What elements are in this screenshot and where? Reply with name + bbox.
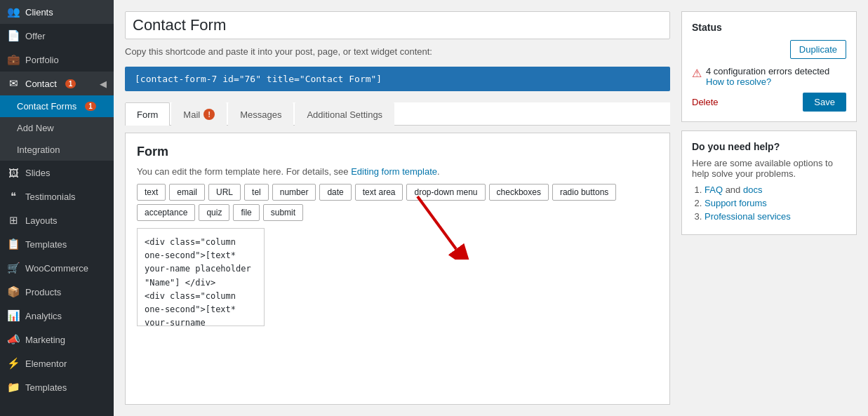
sidebar-item-label: Slides bbox=[25, 168, 50, 178]
sidebar-item-marketing[interactable]: 📣 Marketing bbox=[0, 328, 114, 351]
products-icon: 📦 bbox=[7, 286, 20, 298]
sidebar-item-add-new[interactable]: Add New bbox=[0, 117, 114, 139]
professional-services-link[interactable]: Professional services bbox=[705, 211, 791, 222]
tabs-bar: Form Mail ! Messages Additional Settings bbox=[125, 102, 670, 126]
sidebar-item-clients[interactable]: 👥 Clients bbox=[0, 0, 114, 24]
sidebar-item-slides[interactable]: 🖼 Slides bbox=[0, 161, 114, 184]
sidebar-item-label: Analytics bbox=[25, 311, 62, 321]
mail-warning-badge: ! bbox=[203, 109, 215, 120]
sidebar-item-testimonials[interactable]: ❝ Testimonials bbox=[0, 184, 114, 208]
code-textarea[interactable]: <div class="column one-second">[text* yo… bbox=[137, 228, 265, 326]
sidebar-item-offer[interactable]: 📄 Offer bbox=[0, 24, 114, 48]
tab-additional-settings-label: Additional Settings bbox=[307, 109, 382, 120]
templates-icon: 📋 bbox=[7, 238, 20, 250]
layouts-icon: ⊞ bbox=[7, 214, 20, 227]
error-icon: ⚠ bbox=[692, 67, 702, 80]
add-new-label: Add New bbox=[17, 123, 54, 133]
help-list: FAQ and docs Support forums Professional… bbox=[692, 184, 846, 222]
tag-btn-checkboxes[interactable]: checkboxes bbox=[489, 184, 549, 201]
tag-buttons-container: text email URL tel number date text area… bbox=[137, 184, 658, 221]
sidebar-item-templates[interactable]: 📋 Templates bbox=[0, 232, 114, 256]
tag-btn-number[interactable]: number bbox=[272, 184, 316, 201]
tag-btn-url[interactable]: URL bbox=[208, 184, 241, 201]
sidebar-item-elementor[interactable]: ⚡ Elementor bbox=[0, 351, 114, 375]
sidebar-item-integration[interactable]: Integration bbox=[0, 139, 114, 161]
contact-icon: ✉ bbox=[7, 77, 20, 90]
sidebar-item-products[interactable]: 📦 Products bbox=[0, 280, 114, 304]
help-and: and bbox=[726, 184, 743, 195]
tag-btn-tel[interactable]: tel bbox=[244, 184, 269, 201]
tab-form[interactable]: Form bbox=[125, 102, 170, 126]
status-title: Status bbox=[692, 22, 846, 33]
sidebar: 👥 Clients 📄 Offer 💼 Portfolio ✉ Contact … bbox=[0, 0, 114, 416]
tag-btn-email[interactable]: email bbox=[169, 184, 205, 201]
sidebar-item-label: Portfolio bbox=[25, 55, 59, 65]
tag-btn-quiz[interactable]: quiz bbox=[199, 204, 229, 221]
woocommerce-icon: 🛒 bbox=[7, 262, 20, 274]
form-editor-inner: Form You can edit the form template here… bbox=[126, 133, 669, 404]
sidebar-item-contact-forms[interactable]: Contact Forms 1 bbox=[0, 95, 114, 117]
status-card: Status Duplicate ⚠ 4 configuration error… bbox=[681, 11, 857, 122]
sidebar-item-portfolio[interactable]: 💼 Portfolio bbox=[0, 48, 114, 72]
faq-link[interactable]: FAQ bbox=[705, 184, 723, 195]
sidebar-item-label: Layouts bbox=[25, 215, 58, 226]
tag-btn-submit[interactable]: submit bbox=[263, 204, 303, 221]
code-area-wrapper: <div class="column one-second">[text* yo… bbox=[137, 228, 658, 328]
content-area: Copy this shortcode and paste it into yo… bbox=[114, 0, 868, 416]
delete-button[interactable]: Delete bbox=[692, 97, 719, 107]
sidebar-item-templates2[interactable]: 📁 Templates bbox=[0, 375, 114, 399]
form-editor-panel: Form You can edit the form template here… bbox=[125, 133, 670, 405]
tab-mail-label: Mail bbox=[183, 109, 200, 120]
tag-btn-acceptance[interactable]: acceptance bbox=[137, 204, 195, 221]
tag-btn-textarea[interactable]: text area bbox=[355, 184, 403, 201]
templates2-icon: 📁 bbox=[7, 381, 20, 394]
form-title-input[interactable] bbox=[125, 11, 670, 39]
sidebar-item-analytics[interactable]: 📊 Analytics bbox=[0, 304, 114, 328]
tab-mail[interactable]: Mail ! bbox=[171, 102, 227, 126]
tab-additional-settings[interactable]: Additional Settings bbox=[295, 102, 394, 126]
contact-forms-label: Contact Forms bbox=[17, 101, 76, 112]
help-desc: Here are some available options to help … bbox=[692, 158, 846, 179]
sidebar-item-label: Offer bbox=[25, 31, 46, 41]
form-editor-desc: You can edit the form template here. For… bbox=[137, 166, 658, 177]
tag-btn-dropdown[interactable]: drop-down menu bbox=[406, 184, 485, 201]
portfolio-icon: 💼 bbox=[7, 53, 20, 66]
help-item-1: FAQ and docs bbox=[705, 184, 846, 195]
offer-icon: 📄 bbox=[7, 29, 20, 42]
main-content: Copy this shortcode and paste it into yo… bbox=[114, 0, 868, 416]
support-forums-link[interactable]: Support forums bbox=[705, 198, 767, 208]
sidebar-item-label: Testimonials bbox=[25, 192, 76, 202]
resolve-link[interactable]: How to resolve? bbox=[706, 76, 771, 87]
sidebar-item-label: Templates bbox=[25, 239, 67, 250]
shortcode-desc: Copy this shortcode and paste it into yo… bbox=[125, 46, 670, 57]
sidebar-item-layouts[interactable]: ⊞ Layouts bbox=[0, 208, 114, 232]
duplicate-button[interactable]: Duplicate bbox=[790, 40, 846, 59]
help-card: Do you need help? Here are some availabl… bbox=[681, 130, 857, 235]
sidebar-item-label: Products bbox=[25, 287, 61, 297]
error-text: 4 configuration errors detected bbox=[706, 66, 829, 76]
elementor-icon: ⚡ bbox=[7, 357, 20, 370]
sidebar-item-woocommerce[interactable]: 🛒 WooCommerce bbox=[0, 256, 114, 280]
docs-link[interactable]: docs bbox=[743, 184, 762, 195]
status-row: Duplicate bbox=[692, 40, 846, 59]
shortcode-box[interactable]: [contact-form-7 id="76" title="Contact F… bbox=[125, 67, 670, 91]
tag-btn-radio[interactable]: radio buttons bbox=[552, 184, 616, 201]
integration-label: Integration bbox=[17, 145, 60, 155]
right-panel: Status Duplicate ⚠ 4 configuration error… bbox=[681, 11, 857, 405]
tab-form-label: Form bbox=[137, 109, 158, 120]
testimonials-icon: ❝ bbox=[7, 190, 20, 203]
form-editor-desc-text: You can edit the form template here. For… bbox=[137, 166, 351, 177]
save-button[interactable]: Save bbox=[803, 93, 846, 112]
sidebar-item-label: Templates bbox=[25, 382, 67, 393]
tag-btn-text[interactable]: text bbox=[137, 184, 166, 201]
tab-messages-label: Messages bbox=[240, 109, 281, 120]
tab-messages[interactable]: Messages bbox=[228, 102, 293, 126]
contact-forms-badge: 1 bbox=[85, 102, 96, 111]
tag-btn-date[interactable]: date bbox=[319, 184, 351, 201]
help-item-2: Support forums bbox=[705, 198, 846, 208]
tag-btn-file[interactable]: file bbox=[233, 204, 259, 221]
analytics-icon: 📊 bbox=[7, 309, 20, 322]
editing-form-template-link[interactable]: Editing form template bbox=[351, 166, 437, 177]
sidebar-item-label: Elementor bbox=[25, 358, 67, 369]
sidebar-item-contact[interactable]: ✉ Contact 1 ◀ bbox=[0, 72, 114, 95]
